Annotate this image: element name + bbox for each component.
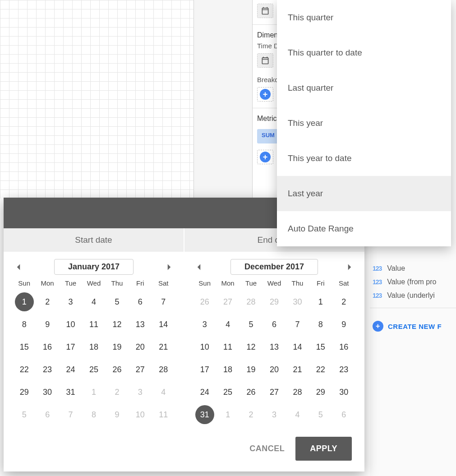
next-month-button[interactable] — [344, 261, 355, 273]
calendar-day[interactable]: 9 — [106, 403, 129, 426]
calendar-day[interactable]: 26 — [240, 381, 263, 403]
calendar-day[interactable]: 12 — [240, 336, 263, 358]
calendar-day[interactable]: 2 — [332, 291, 355, 313]
calendar-day[interactable]: 3 — [193, 313, 216, 336]
calendar-day[interactable]: 26 — [106, 358, 129, 381]
calendar-day[interactable]: 1 — [82, 381, 105, 403]
cancel-button[interactable]: CANCEL — [249, 444, 285, 453]
calendar-day[interactable]: 10 — [59, 313, 82, 336]
month-select-button[interactable]: December 2017 — [230, 259, 318, 275]
add-breakdown-button[interactable]: + — [257, 87, 273, 102]
date-preset-option[interactable]: This quarter — [277, 0, 451, 35]
calendar-day[interactable]: 14 — [152, 313, 175, 336]
calendar-day[interactable]: 4 — [152, 381, 175, 403]
calendar-day[interactable]: 25 — [82, 358, 105, 381]
calendar-day[interactable]: 8 — [309, 313, 332, 336]
calendar-day[interactable]: 2 — [106, 381, 129, 403]
field-item[interactable]: 123Value (from pro — [370, 275, 456, 289]
calendar-day[interactable]: 1 — [309, 291, 332, 313]
calendar-day-selected[interactable]: 1 — [15, 292, 34, 311]
add-metric-button[interactable]: + — [257, 150, 273, 164]
date-preset-option[interactable]: This year — [277, 106, 451, 141]
calendar-day[interactable]: 7 — [152, 291, 175, 313]
calendar-day[interactable]: 5 — [106, 291, 129, 313]
field-item[interactable]: 123Value (underlyi — [370, 289, 456, 302]
calendar-day[interactable]: 11 — [152, 403, 175, 426]
calendar-day[interactable]: 9 — [36, 313, 59, 336]
time-dimension-chip[interactable] — [257, 53, 273, 68]
metric-aggregation-chip[interactable]: SUM — [257, 129, 279, 143]
calendar-day[interactable]: 15 — [309, 336, 332, 358]
calendar-day[interactable]: 3 — [263, 403, 286, 426]
calendar-day[interactable]: 4 — [216, 313, 239, 336]
calendar-day[interactable]: 2 — [36, 291, 59, 313]
prev-month-button[interactable] — [193, 261, 205, 273]
calendar-day[interactable]: 6 — [263, 313, 286, 336]
calendar-day[interactable]: 21 — [152, 336, 175, 358]
calendar-day[interactable]: 4 — [286, 403, 309, 426]
calendar-day[interactable]: 10 — [129, 403, 152, 426]
field-item[interactable]: 123Value — [370, 262, 456, 275]
calendar-day[interactable]: 24 — [193, 381, 216, 403]
calendar-day[interactable]: 19 — [106, 336, 129, 358]
calendar-day[interactable]: 11 — [216, 336, 239, 358]
calendar-day[interactable]: 5 — [309, 403, 332, 426]
calendar-day[interactable]: 30 — [332, 381, 355, 403]
calendar-day[interactable]: 5 — [13, 403, 36, 426]
calendar-day[interactable]: 25 — [216, 381, 239, 403]
calendar-day[interactable]: 23 — [332, 358, 355, 381]
calendar-day[interactable]: 20 — [129, 336, 152, 358]
calendar-day[interactable]: 18 — [216, 358, 239, 381]
calendar-day[interactable]: 6 — [129, 291, 152, 313]
calendar-day[interactable]: 27 — [263, 381, 286, 403]
calendar-day[interactable]: 28 — [286, 381, 309, 403]
calendar-day[interactable]: 27 — [216, 291, 239, 313]
calendar-day[interactable]: 18 — [82, 336, 105, 358]
calendar-day[interactable]: 6 — [332, 403, 355, 426]
calendar-day[interactable]: 29 — [13, 381, 36, 403]
calendar-day[interactable]: 1 — [216, 403, 239, 426]
calendar-day[interactable]: 26 — [193, 291, 216, 313]
calendar-day[interactable]: 7 — [286, 313, 309, 336]
calendar-day[interactable]: 13 — [263, 336, 286, 358]
calendar-day[interactable]: 17 — [59, 336, 82, 358]
calendar-day[interactable]: 11 — [82, 313, 105, 336]
start-date-tab[interactable]: Start date — [4, 228, 184, 252]
calendar-day[interactable]: 30 — [286, 291, 309, 313]
calendar-day[interactable]: 8 — [13, 313, 36, 336]
calendar-day[interactable]: 9 — [332, 313, 355, 336]
date-preset-option[interactable]: This year to date — [277, 141, 451, 176]
calendar-day[interactable]: 3 — [59, 291, 82, 313]
calendar-day[interactable]: 2 — [240, 403, 263, 426]
calendar-day[interactable]: 8 — [82, 403, 105, 426]
calendar-day[interactable]: 6 — [36, 403, 59, 426]
calendar-day[interactable]: 10 — [193, 336, 216, 358]
prev-month-button[interactable] — [13, 261, 24, 273]
calendar-day[interactable]: 5 — [240, 313, 263, 336]
date-preset-option[interactable]: Auto Date Range — [277, 211, 451, 246]
calendar-day-selected[interactable]: 31 — [195, 405, 214, 424]
calendar-day[interactable]: 21 — [286, 358, 309, 381]
create-new-field-button[interactable]: + CREATE NEW F — [370, 314, 456, 339]
calendar-day[interactable]: 29 — [309, 381, 332, 403]
calendar-day[interactable]: 28 — [240, 291, 263, 313]
calendar-day[interactable]: 14 — [286, 336, 309, 358]
calendar-day[interactable]: 7 — [59, 403, 82, 426]
calendar-day[interactable]: 19 — [240, 358, 263, 381]
calendar-day[interactable]: 29 — [263, 291, 286, 313]
calendar-day[interactable]: 16 — [36, 336, 59, 358]
calendar-day[interactable]: 3 — [129, 381, 152, 403]
calendar-day[interactable]: 12 — [106, 313, 129, 336]
calendar-day[interactable]: 27 — [129, 358, 152, 381]
date-preset-option[interactable]: Last quarter — [277, 70, 451, 106]
calendar-day[interactable]: 20 — [263, 358, 286, 381]
month-select-button[interactable]: January 2017 — [54, 259, 134, 275]
calendar-day[interactable]: 4 — [82, 291, 105, 313]
calendar-day[interactable]: 16 — [332, 336, 355, 358]
calendar-day[interactable]: 22 — [309, 358, 332, 381]
date-preset-option[interactable]: This quarter to date — [277, 35, 451, 70]
date-preset-option[interactable]: Last year — [277, 176, 451, 211]
date-range-dimension-chip[interactable] — [257, 4, 273, 18]
calendar-day[interactable]: 15 — [13, 336, 36, 358]
apply-button[interactable]: APPLY — [295, 437, 352, 461]
